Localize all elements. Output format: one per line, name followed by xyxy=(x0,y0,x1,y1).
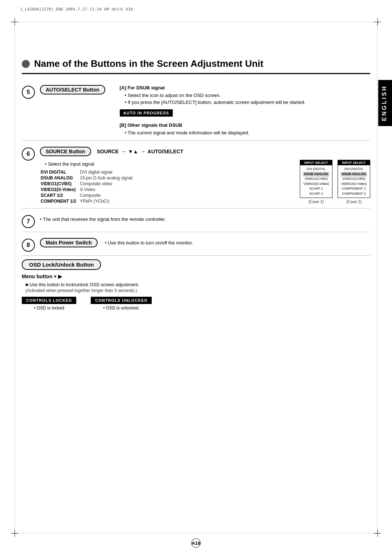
source-cases: INPUT SELECT DVI DIGITAL DSUB ANALOG VID… xyxy=(300,160,370,204)
case2-item-5: COMPONENT 2 xyxy=(341,191,367,197)
case2-header: INPUT SELECT xyxy=(338,160,370,165)
section5-bullet1: Select the icon to adjust on the OSD scr… xyxy=(125,93,370,98)
controls-locked-col: CONTROLS LOCKED OSD is locked xyxy=(22,297,76,311)
osd-desc1: ■ Use this button to lock/unlock OSD scr… xyxy=(25,282,370,287)
case1-item-5: SCART 2 xyxy=(303,191,329,197)
section5-bullet2: If you press the [AUTO/SELECT] button, a… xyxy=(125,100,370,105)
menu-btn-row: Menu button + ▶ xyxy=(22,274,370,279)
case2-item-3: VIDEO2(S-Video) xyxy=(341,182,367,187)
signal-name-component: COMPONENT 1/2 xyxy=(41,199,79,204)
osd-desc2: (Activated when pressed together longer … xyxy=(25,288,370,293)
case1-header: INPUT SELECT xyxy=(300,160,332,165)
corner-mark-br xyxy=(374,530,381,537)
signal-row-video2: VIDEO2(S-Video) S-Video xyxy=(41,187,132,192)
signal-desc-component: YPbPr (YCbCr) xyxy=(80,199,132,204)
case1-item-0: DVI DIGITAL xyxy=(303,167,329,172)
controls-locked-desc: OSD is locked xyxy=(22,305,76,311)
controls-unlocked-box: CONTROLS UNLOCKED xyxy=(91,297,152,304)
case2-item-2: VIDEO1(CVBS) xyxy=(341,177,367,182)
section-5-row: 5 AUTO/SELECT Button [A] For DSUB signal… xyxy=(22,81,370,141)
signal-desc-video2: S-Video xyxy=(80,187,132,192)
source-arrow-sym1: → xyxy=(121,149,126,154)
file-header: 1_L4200A(227B)_ENG 2004.7.27 11:24 AM 페이… xyxy=(20,7,133,12)
signal-row-scart: SCART 1/2 Composite xyxy=(41,193,132,198)
section-8-content: Main Power Switch Use this button to tur… xyxy=(40,238,370,247)
controls-unlocked-desc: OSD is unlocked. xyxy=(91,305,152,311)
section-6-content: SOURCE Button SOURCE → ▼▲ → AUTO/SELECT … xyxy=(40,147,370,204)
corner-mark-bl xyxy=(11,530,18,537)
section-5-content: AUTO/SELECT Button [A] For DSUB signal S… xyxy=(40,85,370,137)
case1-box: INPUT SELECT DVI DIGITAL DSUB ANALOG VID… xyxy=(300,160,332,198)
page-title: Name of the Buttons in the Screen Adjust… xyxy=(34,58,264,69)
section7-desc: The unit that receives the signal from t… xyxy=(40,214,370,224)
source-arrow-end: AUTO/SELECT xyxy=(148,149,184,154)
case1-container: INPUT SELECT DVI DIGITAL DSUB ANALOG VID… xyxy=(300,160,332,204)
source-bullet1: Select the input signal xyxy=(45,161,293,167)
section-8-number: 8 xyxy=(22,239,35,252)
signal-name-video1: VIDEO1(CVBS) xyxy=(41,181,79,186)
signal-table: DVI DIGITAL DVI digital signal DSUB ANAL… xyxy=(40,169,133,204)
section-5-number: 5 xyxy=(22,86,35,99)
osd-lock-section: OSD Lock/Unlock Button Menu button + ▶ ■… xyxy=(22,259,370,311)
border-right xyxy=(377,22,377,533)
signal-name-dvi: DVI DIGITAL xyxy=(41,170,79,175)
signal-desc-dsub: 15-pin D-Sub analog signal xyxy=(80,175,132,181)
title-bullet xyxy=(22,60,30,68)
signal-desc-dvi: DVI digital signal xyxy=(80,170,132,175)
signal-row-component: COMPONENT 1/2 YPbPr (YCbCr) xyxy=(41,199,132,204)
controls-locked-box: CONTROLS LOCKED xyxy=(22,297,76,304)
corner-mark-tr xyxy=(374,18,381,25)
section-7-row: 7 The unit that receives the signal from… xyxy=(22,211,370,232)
section5-bullet3: The current signal and mode information … xyxy=(125,130,370,135)
case1-item-2: VIDEO1(CVBS) xyxy=(303,177,329,182)
main-content: Name of the Buttons in the Screen Adjust… xyxy=(22,29,370,526)
case2-container: INPUT SELECT DVI DIGITAL DSUB ANALOG VID… xyxy=(338,160,370,204)
controls-row: CONTROLS LOCKED OSD is locked CONTROLS U… xyxy=(22,297,370,311)
signal-a-label: [A] For DSUB signal xyxy=(120,85,370,90)
case1-label: [Case 1] xyxy=(300,199,332,204)
section-6-row: 6 SOURCE Button SOURCE → ▼▲ → AUTO/SELEC… xyxy=(22,143,370,208)
signal-row-dvi: DVI DIGITAL DVI digital signal xyxy=(41,170,132,175)
corner-mark-tl xyxy=(11,18,18,25)
page-number: A18 xyxy=(191,538,201,548)
signal-desc-video1: Composite video xyxy=(80,181,132,186)
menu-btn-label: Menu button + ▶ xyxy=(22,274,62,279)
section-7-number: 7 xyxy=(22,215,35,228)
source-arrow-mid: ▼▲ xyxy=(128,149,138,154)
case2-item-4: COMPONENT 1 xyxy=(341,186,367,191)
signal-row-video1: VIDEO1(CVBS) Composite video xyxy=(41,181,132,186)
auto-in-progress-box: AUTO IN PROGRESS xyxy=(120,109,173,117)
case1-item-1: DSUB ANALOG xyxy=(303,172,329,177)
signal-name-scart: SCART 1/2 xyxy=(41,193,79,198)
english-tab: ENGLISH xyxy=(378,80,392,126)
source-button-label: SOURCE Button xyxy=(40,147,91,156)
case2-label: [Case 2] xyxy=(338,199,370,204)
signal-desc-scart: Composite xyxy=(80,193,132,198)
signal-name-video2: VIDEO2(S-Video) xyxy=(41,187,79,192)
case2-item-0: DVI DIGITAL xyxy=(341,167,367,172)
border-left xyxy=(15,22,15,533)
section8-desc: Use this button to turn on/off the monit… xyxy=(105,240,193,246)
source-arrow-sym2: → xyxy=(140,149,146,154)
case1-item-4: SCART 1 xyxy=(303,186,329,191)
signal-b-label: [B] Other signals that DSUB xyxy=(120,122,370,128)
section-7-content: The unit that receives the signal from t… xyxy=(40,214,370,224)
signal-row-dsub: DSUB ANALOG 15-pin D-Sub analog signal xyxy=(41,175,132,181)
signal-name-dsub: DSUB ANALOG xyxy=(41,175,79,181)
case2-box: INPUT SELECT DVI DIGITAL DSUB ANALOG VID… xyxy=(338,160,370,198)
page-title-section: Name of the Buttons in the Screen Adjust… xyxy=(22,58,370,74)
section-8-row: 8 Main Power Switch Use this button to t… xyxy=(22,234,370,256)
controls-unlocked-col: CONTROLS UNLOCKED OSD is unlocked. xyxy=(91,297,152,311)
source-arrow-label: SOURCE xyxy=(97,149,119,154)
auto-select-button-label: AUTO/SELECT Button xyxy=(40,85,105,94)
border-bottom xyxy=(15,533,377,533)
section-6-number: 6 xyxy=(22,147,35,161)
case2-item-1: DSUB ANALOG xyxy=(341,172,367,177)
osd-lock-title: OSD Lock/Unlock Button xyxy=(22,259,101,270)
main-power-switch-label: Main Power Switch xyxy=(40,238,98,247)
case1-item-3: VIDEO2(S-Video) xyxy=(303,182,329,187)
border-top xyxy=(15,22,377,22)
